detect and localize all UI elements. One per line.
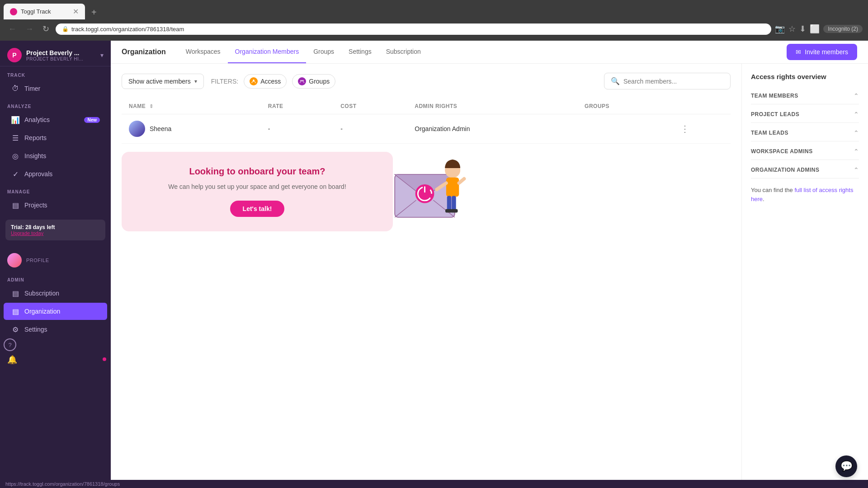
col-actions xyxy=(673,99,731,114)
rights-team-members-chevron: ⌃ xyxy=(854,92,859,99)
rights-team-members: TEAM MEMBERS ⌃ xyxy=(751,88,859,104)
notification-area: 🔔 xyxy=(0,355,111,365)
url-bar[interactable]: 🔒 track.toggl.com/organization/7861318/t… xyxy=(56,23,771,35)
status-url: https://track.toggl.com/organization/786… xyxy=(5,481,120,487)
notification-icon[interactable]: 🔔 xyxy=(0,352,24,368)
promo-section: Looking to onboard your team? We can hel… xyxy=(122,151,731,232)
tab-workspaces[interactable]: Workspaces xyxy=(179,41,228,63)
dropdown-label: Show active members xyxy=(128,78,191,85)
help-button[interactable]: ? xyxy=(4,338,16,351)
active-tab[interactable]: Toggl Track ✕ xyxy=(4,4,85,19)
groups-filter-icon xyxy=(298,77,306,85)
rights-org-admins-header[interactable]: ORGANIZATION ADMINS ⌃ xyxy=(751,162,859,178)
user-avatar xyxy=(7,253,22,267)
sidebar-item-insights[interactable]: ◎ Insights xyxy=(4,147,107,164)
new-tab-button[interactable]: + xyxy=(87,5,101,19)
svg-rect-13 xyxy=(447,196,451,211)
track-section-label: TRACK xyxy=(0,66,111,80)
bookmark-icon[interactable]: ☆ xyxy=(788,24,796,34)
upgrade-link[interactable]: Upgrade today xyxy=(11,230,100,236)
sidebar-project-info: Project Beverly ... PROJECT BEVERLY HI..… xyxy=(26,49,96,61)
tab-groups[interactable]: Groups xyxy=(306,41,341,63)
sidebar-item-analytics[interactable]: 📊 Analytics New xyxy=(4,111,107,128)
refresh-button[interactable]: ↻ xyxy=(40,22,52,36)
project-sub: PROJECT BEVERLY HI... xyxy=(26,56,96,61)
invite-icon: ✉ xyxy=(796,48,801,56)
search-input[interactable] xyxy=(623,78,724,85)
chat-bubble-button[interactable]: 💬 xyxy=(835,455,857,477)
analytics-icon: 📊 xyxy=(11,115,20,124)
url-text: track.toggl.com/organization/7861318/tea… xyxy=(71,26,184,33)
settings-label: Settings xyxy=(24,326,100,333)
tab-subscription[interactable]: Subscription xyxy=(379,41,428,63)
groups-filter-label: Groups xyxy=(309,78,330,85)
top-nav-actions: ✉ Invite members xyxy=(787,44,857,60)
sidebar-item-approvals[interactable]: ✓ Approvals xyxy=(4,165,107,183)
col-cost: COST xyxy=(333,99,407,114)
dropdown-chevron-icon: ▾ xyxy=(194,78,197,84)
search-box: 🔍 xyxy=(604,73,731,89)
extension-icon[interactable]: ⬜ xyxy=(810,24,820,34)
rights-org-admins-chevron: ⌃ xyxy=(854,166,859,174)
promo-desc: We can help you set up your space and ge… xyxy=(140,182,375,192)
access-filter-chip[interactable]: Access xyxy=(244,74,287,89)
member-name: Sheena xyxy=(150,125,171,132)
notification-dot xyxy=(103,357,106,361)
member-more[interactable]: ⋮ xyxy=(673,114,731,144)
sidebar-item-projects[interactable]: ▤ Projects xyxy=(4,197,107,214)
tab-org-members[interactable]: Organization Members xyxy=(228,41,307,63)
rights-team-leads: TEAM LEADS ⌃ xyxy=(751,125,859,141)
sidebar-item-reports[interactable]: ☰ Reports xyxy=(4,129,107,146)
analyze-section-label: ANALYZE xyxy=(0,98,111,111)
filter-bar: Show active members ▾ FILTERS: Access xyxy=(122,73,731,89)
incognito-badge: Incognito (2) xyxy=(823,25,863,33)
lock-icon: 🔒 xyxy=(62,26,69,32)
organization-label: Organization xyxy=(24,308,100,315)
forward-button[interactable]: → xyxy=(23,23,36,36)
tab-settings[interactable]: Settings xyxy=(341,41,379,63)
access-filter-icon xyxy=(250,77,258,85)
member-groups xyxy=(577,114,673,144)
active-members-dropdown[interactable]: Show active members ▾ xyxy=(122,74,204,89)
settings-icon: ⚙ xyxy=(11,325,20,334)
project-chevron-icon[interactable]: ▾ xyxy=(100,52,104,59)
approvals-label: Approvals xyxy=(24,170,100,178)
rights-project-leads-header[interactable]: PROJECT LEADS ⌃ xyxy=(751,106,859,123)
invite-members-button[interactable]: ✉ Invite members xyxy=(787,44,857,60)
rights-footer: You can find the full list of access rig… xyxy=(751,186,859,203)
rights-workspace-admins-chevron: ⌃ xyxy=(854,148,859,155)
svg-point-1 xyxy=(301,80,302,81)
right-panel: Access rights overview TEAM MEMBERS ⌃ PR… xyxy=(741,64,868,480)
members-table: NAME ⇕ RATE COST ADMIN RIGHTS GROUPS xyxy=(122,99,731,144)
chat-icon: 💬 xyxy=(840,460,853,472)
page-title: Organization xyxy=(122,41,175,63)
rights-workspace-admins-header[interactable]: WORKSPACE ADMINS ⌃ xyxy=(751,143,859,160)
tab-title: Toggl Track xyxy=(21,8,51,15)
sidebar-item-settings[interactable]: ⚙ Settings xyxy=(4,321,107,338)
rights-team-members-header[interactable]: TEAM MEMBERS ⌃ xyxy=(751,88,859,104)
admin-section-label: ADMIN xyxy=(0,271,111,284)
trial-title: Trial: 28 days left xyxy=(11,224,100,230)
more-menu-icon[interactable]: ⋮ xyxy=(680,124,689,134)
subscription-icon: ▤ xyxy=(11,289,20,298)
rights-team-leads-chevron: ⌃ xyxy=(854,129,859,136)
manage-section-label: MANAGE xyxy=(0,183,111,196)
insights-icon: ◎ xyxy=(11,151,20,160)
filters-label: FILTERS: xyxy=(211,78,238,85)
back-button[interactable]: ← xyxy=(5,23,19,36)
promo-cta-button[interactable]: Let's talk! xyxy=(230,201,285,217)
sidebar-item-subscription[interactable]: ▤ Subscription xyxy=(4,285,107,302)
rights-team-members-label: TEAM MEMBERS xyxy=(751,93,798,99)
member-name-cell: Sheena xyxy=(122,114,261,144)
groups-filter-chip[interactable]: Groups xyxy=(292,74,335,89)
col-admin-rights: ADMIN RIGHTS xyxy=(407,99,577,114)
sidebar-item-label: Timer xyxy=(24,85,100,92)
approvals-icon: ✓ xyxy=(11,169,20,178)
sidebar: P Project Beverly ... PROJECT BEVERLY HI… xyxy=(0,41,111,480)
tab-close-icon[interactable]: ✕ xyxy=(73,7,79,16)
download-icon[interactable]: ⬇ xyxy=(799,24,806,34)
sidebar-item-timer[interactable]: ⏱ Timer xyxy=(4,80,107,97)
sidebar-item-organization[interactable]: ▤ Organization xyxy=(4,303,107,320)
rights-team-leads-header[interactable]: TEAM LEADS ⌃ xyxy=(751,125,859,141)
rights-org-admins: ORGANIZATION ADMINS ⌃ xyxy=(751,162,859,178)
